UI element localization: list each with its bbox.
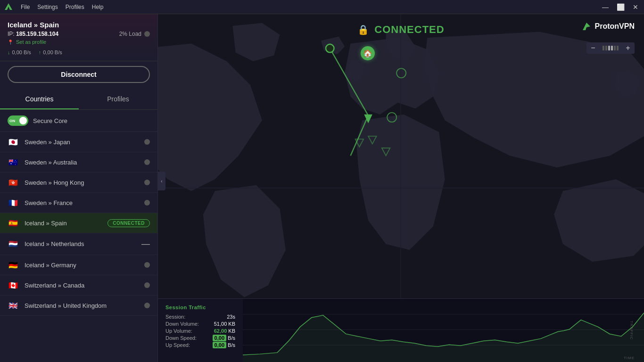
speed-row: ↓ 0,00 B/s ↑ 0,00 B/s: [8, 49, 150, 55]
session-value: 23s: [227, 314, 235, 320]
ip-label: IP:: [8, 31, 15, 37]
home-pin: 🏠: [361, 46, 375, 60]
server-load-indicator: [144, 159, 150, 165]
proton-logo-icon: [4, 2, 13, 12]
up-speed-label: Up Speed:: [165, 342, 190, 348]
down-volume-label: Down Volume:: [165, 321, 199, 327]
zoom-seg: [608, 46, 610, 50]
lock-icon: 🔒: [357, 24, 370, 35]
svg-marker-0: [5, 3, 12, 10]
zoom-out-button[interactable]: −: [586, 42, 600, 54]
disconnect-button[interactable]: Disconnect: [8, 66, 150, 83]
main-layout: Iceland » Spain IP: 185.159.158.104 2% L…: [0, 14, 644, 362]
traffic-panel: Session Traffic Session: 23s Down Volume…: [158, 298, 644, 362]
server-name: Switzerland » Canada: [25, 282, 144, 289]
up-speed-stat: 0,00 B/s: [213, 342, 235, 348]
connected-badge: CONNECTED: [107, 219, 150, 227]
load-text: 2% Load: [119, 31, 141, 37]
up-speed-row: Up Speed: 0,00 B/s: [165, 342, 235, 348]
maximize-button[interactable]: ⬜: [616, 2, 625, 12]
server-load-indicator: [144, 180, 150, 185]
load-info: 2% Load: [119, 31, 150, 37]
down-speed-stat: 0,00 B/s: [213, 335, 235, 341]
server-item[interactable]: 🇯🇵 Sweden » Japan: [0, 132, 157, 152]
secure-core-toggle[interactable]: ON: [8, 115, 28, 126]
server-item[interactable]: 🇭🇰 Sweden » Hong Kong: [0, 173, 157, 193]
down-arrow-icon: ↓: [8, 49, 10, 55]
secure-core-label: Secure Core: [33, 117, 67, 124]
send-icon: [582, 22, 591, 31]
server-list: 🇯🇵 Sweden » Japan 🇦🇺 Sweden » Australia …: [0, 132, 157, 362]
server-item-connected[interactable]: 🇪🇸 Iceland » Spain CONNECTED: [0, 213, 157, 233]
server-name: Sweden » France: [25, 199, 144, 206]
flag-icon: 🇩🇪: [8, 261, 19, 269]
titlebar-controls: — ⬜ ✕: [601, 2, 640, 12]
tab-profiles[interactable]: Profiles: [79, 90, 157, 109]
zoom-seg: [611, 46, 613, 50]
up-speed: ↑ 0,00 B/s: [39, 49, 62, 55]
down-speed: ↓ 0,00 B/s: [8, 49, 31, 55]
flag-icon: 🇬🇧: [8, 301, 19, 310]
toggle-knob: [19, 117, 27, 124]
server-item[interactable]: 🇫🇷 Sweden » France: [0, 193, 157, 213]
down-volume-value: 51,00 KB: [214, 321, 235, 327]
down-volume-row: Down Volume: 51,00 KB: [165, 321, 235, 327]
ip-value: 185.159.158.104: [16, 31, 58, 37]
tab-countries[interactable]: Countries: [0, 90, 79, 109]
set-profile[interactable]: 📍 Set as profile: [8, 39, 150, 45]
traffic-chart-svg: [243, 299, 644, 362]
server-item[interactable]: 🇳🇱 Iceland » Netherlands —: [0, 233, 157, 255]
server-load-indicator: [144, 139, 150, 145]
server-name: Iceland » Netherlands: [25, 240, 141, 247]
up-speed-value: 0,00 B/s: [43, 49, 62, 55]
ip-row: IP: 185.159.158.104 2% Load: [8, 31, 150, 37]
titlebar: File Settings Profiles Help — ⬜ ✕: [0, 0, 644, 14]
server-item[interactable]: 🇬🇧 Switzerland » United Kingdom: [0, 296, 157, 316]
zoom-bar: [600, 46, 621, 50]
session-row: Session: 23s: [165, 314, 235, 320]
time-axis-label: TIME: [624, 356, 635, 360]
server-item[interactable]: 🇨🇦 Switzerland » Canada: [0, 275, 157, 296]
server-item[interactable]: 🇦🇺 Sweden » Australia: [0, 152, 157, 173]
expand-icon: —: [141, 239, 150, 249]
menu-help[interactable]: Help: [92, 4, 104, 10]
ip-info: IP: 185.159.158.104: [8, 31, 58, 37]
down-speed-row: Down Speed: 0,00 B/s: [165, 335, 235, 341]
traffic-axis-label: TRAFFIC: [629, 321, 634, 340]
minimize-button[interactable]: —: [601, 2, 610, 12]
up-volume-label: Up Volume:: [165, 328, 192, 334]
titlebar-menu: File Settings Profiles Help: [21, 4, 103, 10]
server-load-indicator: [144, 303, 150, 308]
flag-icon: 🇪🇸: [8, 219, 19, 227]
zoom-seg: [603, 46, 604, 50]
sidebar: Iceland » Spain IP: 185.159.158.104 2% L…: [0, 14, 158, 362]
connection-info: Iceland » Spain IP: 185.159.158.104 2% L…: [0, 14, 157, 61]
titlebar-left: File Settings Profiles Help: [4, 2, 103, 12]
server-item[interactable]: 🇩🇪 Iceland » Germany: [0, 255, 157, 275]
zoom-in-button[interactable]: +: [621, 42, 635, 54]
connected-label: CONNECTED: [374, 24, 444, 36]
flag-icon: 🇯🇵: [8, 138, 19, 146]
set-profile-label: Set as profile: [16, 39, 46, 45]
server-name: Sweden » Australia: [25, 159, 144, 166]
close-button[interactable]: ✕: [631, 2, 640, 12]
server-name: Sweden » Japan: [25, 139, 144, 146]
zoom-seg: [614, 46, 616, 50]
flag-icon: 🇭🇰: [8, 178, 19, 187]
menu-profiles[interactable]: Profiles: [66, 4, 84, 10]
pin-icon: 📍: [8, 40, 13, 45]
up-volume-value: 62,00 KB: [214, 328, 235, 334]
traffic-stats: Session Traffic Session: 23s Down Volume…: [158, 299, 243, 362]
menu-settings[interactable]: Settings: [37, 4, 58, 10]
collapse-sidebar-button[interactable]: ‹: [158, 172, 165, 190]
down-speed-value: 0,00 B/s: [12, 49, 31, 55]
menu-file[interactable]: File: [21, 4, 30, 10]
flag-icon: 🇨🇦: [8, 281, 19, 289]
up-arrow-icon: ↑: [39, 49, 41, 55]
server-load-indicator: [144, 282, 150, 288]
toggle-label: ON: [9, 119, 15, 123]
server-name: Sweden » Hong Kong: [25, 179, 144, 186]
connected-status: 🔒 CONNECTED: [357, 24, 444, 36]
up-volume-row: Up Volume: 62,00 KB: [165, 328, 235, 334]
zoom-seg: [617, 46, 619, 50]
